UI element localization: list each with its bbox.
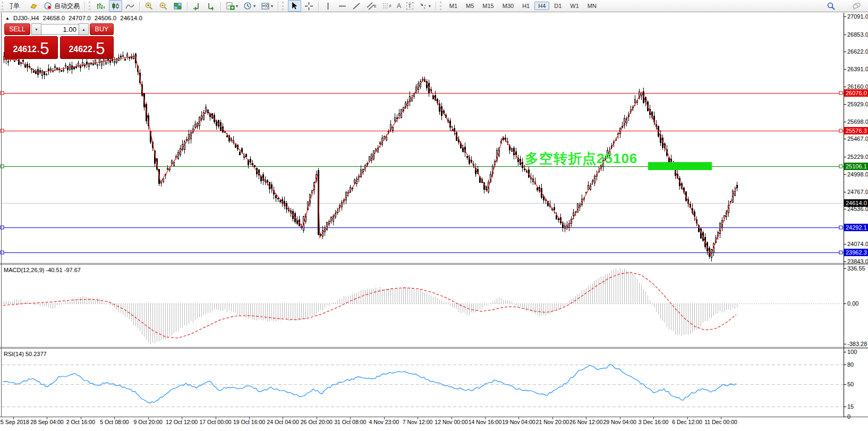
buy-price-dot: . [93,41,95,57]
timeframe-button-MN[interactable]: MN [584,2,600,10]
chat-button[interactable] [850,0,863,12]
timeframe-button-H4[interactable]: H4 [534,2,549,10]
volume-stepper: ▼ ▲ [31,24,89,35]
timeframe-button-W1[interactable]: W1 [566,2,583,10]
rsi-line [3,365,736,403]
sell-price-main: 24612 [13,41,37,57]
bar-chart-button[interactable] [95,0,108,12]
fibonacci-tool[interactable]: F [380,0,394,12]
arrows-tool[interactable]: ▾ [416,0,433,12]
chart-shift-button[interactable] [205,0,218,12]
hline-handle[interactable] [1,165,4,168]
timeframe-button-M30[interactable]: M30 [499,2,517,10]
vertical-line-tool[interactable] [321,0,335,12]
buy-price-big-digit: 5 [96,40,105,57]
zoom-out-button[interactable] [157,0,170,12]
hline-handle[interactable] [839,165,843,168]
cursor-button[interactable] [288,0,301,12]
mt4-window: 订单 自动交易 [0,0,868,431]
highlight-rectangle[interactable] [648,162,712,170]
templates-caret: ▾ [271,4,273,9]
main-toolbar: 订单 自动交易 [0,0,868,12]
autotrading-button[interactable]: 自动交易 [41,0,82,12]
timeframe-toolbar: M1M5M15M30H1H4D1W1MN [445,2,601,10]
line-chart-button[interactable] [123,0,137,12]
sell-button[interactable]: SELL [4,23,30,35]
timeframe-button-H1[interactable]: H1 [518,2,533,10]
text-label-tool[interactable]: T [404,0,415,12]
crosshair-button[interactable] [302,0,316,12]
sell-price-big-digit: 5 [40,40,49,57]
sell-price-display[interactable]: 24612 . 5 [4,36,58,59]
gold-icon[interactable] [27,0,40,12]
new-order-button[interactable]: 订单 [7,0,26,12]
indicators-caret: ▾ [236,4,238,9]
buy-price-display[interactable]: 24622 . 5 [60,36,114,59]
one-click-trading-panel: SELL ▼ ▲ BUY 24612 . 5 24622 . 5 [4,23,114,59]
hline-handle[interactable] [1,91,4,95]
horizontal-line-tool[interactable] [336,0,349,12]
text-tool-glyph: A [397,2,401,10]
autotrading-label: 自动交易 [54,2,80,11]
chart-canvas[interactable] [0,12,868,431]
search-button[interactable] [824,0,838,12]
chart-window[interactable]: ▲ DJ30-,H4 24658.0 24707.0 24506.0 24614… [0,12,868,431]
zoom-in-button[interactable] [142,0,156,12]
timeframe-button-M15[interactable]: M15 [479,2,497,10]
order-label: 订单 [10,2,20,11]
toolbar-grip [2,2,5,10]
sell-price-dot: . [37,41,39,57]
fibo-sub-label: F [389,4,392,8]
periods-caret: ▾ [253,4,256,9]
tile-windows-button[interactable] [171,0,184,12]
equidistant-channel-tool[interactable]: E [364,0,379,12]
timeframe-button-M5[interactable]: M5 [462,2,478,10]
hline-handle[interactable] [1,251,4,254]
volume-increase-button[interactable]: ▲ [79,23,89,35]
hline-handle[interactable] [839,251,843,254]
arrows-caret: ▾ [429,4,431,9]
candlestick-chart-button[interactable] [109,0,122,12]
buy-button[interactable]: BUY [90,23,114,35]
zigzag-line [3,56,737,255]
hline-handle[interactable] [1,226,4,229]
autotrading-icon [44,2,53,11]
text-tool[interactable]: A [395,0,403,12]
hline-handle[interactable] [839,129,843,132]
trendline-tool[interactable] [350,0,363,12]
channel-sub-label: E [374,4,377,8]
timeframe-button-D1[interactable]: D1 [550,2,565,10]
indicators-button[interactable]: ▾ [224,0,240,12]
auto-scroll-button[interactable] [190,0,203,12]
hline-handle[interactable] [1,129,4,132]
templates-button[interactable]: ▾ [259,0,275,12]
timeframe-button-M1[interactable]: M1 [446,2,461,10]
hline-handle[interactable] [839,226,843,229]
hline-handle[interactable] [839,91,843,95]
buy-price-main: 24622 [69,41,92,57]
volume-decrease-button[interactable]: ▼ [31,23,41,35]
volume-input[interactable] [41,24,79,35]
label-tool-glyph: T [406,2,413,10]
periods-button[interactable]: ▾ [241,0,258,12]
